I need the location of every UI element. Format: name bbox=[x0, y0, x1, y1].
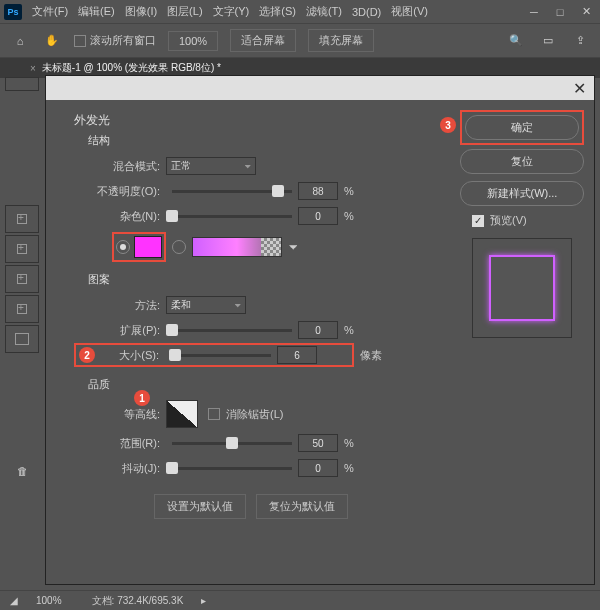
statusbar: ◢ 100% 文档: 732.4K/695.3K ▸ bbox=[0, 590, 600, 610]
opacity-input[interactable]: 88 bbox=[298, 182, 338, 200]
menu-layer[interactable]: 图层(L) bbox=[167, 4, 202, 19]
opacity-unit: % bbox=[344, 185, 354, 197]
ok-button[interactable]: 确定 bbox=[465, 115, 579, 140]
blend-mode-label: 混合模式: bbox=[74, 159, 166, 174]
status-corner-icon[interactable]: ◢ bbox=[10, 595, 18, 606]
new-style-button[interactable]: 新建样式(W)... bbox=[460, 181, 584, 206]
tab-close-icon[interactable]: × bbox=[30, 63, 36, 74]
color-solid-radio[interactable] bbox=[116, 240, 130, 254]
tab-title[interactable]: 未标题-1 @ 100% (发光效果 RGB/8位) * bbox=[42, 61, 221, 75]
preview-box bbox=[472, 238, 572, 338]
opacity-label: 不透明度(O): bbox=[74, 184, 166, 199]
set-default-button[interactable]: 设置为默认值 bbox=[154, 494, 246, 519]
reset-default-button[interactable]: 复位为默认值 bbox=[256, 494, 348, 519]
color-gradient-radio[interactable] bbox=[172, 240, 186, 254]
technique-label: 方法: bbox=[74, 298, 166, 313]
callout-3: 3 bbox=[440, 117, 456, 133]
options-bar: ⌂ ✋ 滚动所有窗口 100% 适合屏幕 填充屏幕 🔍 ▭ ⇪ bbox=[0, 24, 600, 58]
technique-dropdown[interactable]: 柔和 bbox=[166, 296, 246, 314]
menu-filter[interactable]: 滤镜(T) bbox=[306, 4, 342, 19]
workspace-icon[interactable]: ▭ bbox=[538, 31, 558, 51]
range-label: 范围(R): bbox=[74, 436, 166, 451]
menu-select[interactable]: 选择(S) bbox=[259, 4, 296, 19]
panel-icon-4[interactable] bbox=[5, 295, 39, 323]
contour-label: 等高线: bbox=[74, 407, 166, 422]
panels-left: 🗑 bbox=[5, 75, 45, 487]
preview-checkbox[interactable]: ✓ bbox=[472, 215, 484, 227]
panel-icon-5[interactable] bbox=[5, 325, 39, 353]
minimize-button[interactable]: ─ bbox=[524, 4, 544, 20]
jitter-label: 抖动(J): bbox=[74, 461, 166, 476]
search-icon[interactable]: 🔍 bbox=[506, 31, 526, 51]
range-input[interactable]: 50 bbox=[298, 434, 338, 452]
menubar: Ps 文件(F) 编辑(E) 图像(I) 图层(L) 文字(Y) 选择(S) 滤… bbox=[0, 0, 600, 24]
panel-icon-3[interactable] bbox=[5, 265, 39, 293]
menu-edit[interactable]: 编辑(E) bbox=[78, 4, 115, 19]
size-input[interactable]: 6 bbox=[277, 346, 317, 364]
outer-glow-title: 外发光 bbox=[74, 112, 458, 129]
menu-type[interactable]: 文字(Y) bbox=[213, 4, 250, 19]
spread-slider[interactable] bbox=[172, 329, 292, 332]
panel-icon-1[interactable] bbox=[5, 205, 39, 233]
gradient-dropdown-icon[interactable]: ⏷ bbox=[288, 241, 299, 253]
reset-button[interactable]: 复位 bbox=[460, 149, 584, 174]
range-slider[interactable] bbox=[172, 442, 292, 445]
scroll-all-checkbox[interactable] bbox=[74, 35, 86, 47]
jitter-input[interactable]: 0 bbox=[298, 459, 338, 477]
size-slider[interactable] bbox=[171, 354, 271, 357]
opacity-slider[interactable] bbox=[172, 190, 292, 193]
size-unit: 像素 bbox=[360, 348, 382, 363]
trash-icon[interactable]: 🗑 bbox=[5, 457, 39, 485]
preview-label: 预览(V) bbox=[490, 213, 527, 228]
pattern-title: 图案 bbox=[88, 272, 458, 287]
zoom-value-button[interactable]: 100% bbox=[168, 31, 218, 51]
menu-3d[interactable]: 3D(D) bbox=[352, 6, 381, 18]
status-doc-label: 文档: bbox=[92, 595, 115, 606]
layer-style-dialog: ✕ 外发光 结构 混合模式: 正常 不透明度(O): 88 % 杂色(N): 0… bbox=[45, 75, 595, 585]
status-zoom[interactable]: 100% bbox=[36, 595, 62, 606]
antialias-checkbox[interactable] bbox=[208, 408, 220, 420]
spread-label: 扩展(P): bbox=[74, 323, 166, 338]
fit-screen-button[interactable]: 适合屏幕 bbox=[230, 29, 296, 52]
contour-picker[interactable] bbox=[166, 400, 198, 428]
jitter-unit: % bbox=[344, 462, 354, 474]
share-icon[interactable]: ⇪ bbox=[570, 31, 590, 51]
menu-file[interactable]: 文件(F) bbox=[32, 4, 68, 19]
highlight-color-area bbox=[112, 232, 166, 262]
range-unit: % bbox=[344, 437, 354, 449]
structure-title: 结构 bbox=[88, 133, 458, 148]
noise-input[interactable]: 0 bbox=[298, 207, 338, 225]
close-button[interactable]: ✕ bbox=[576, 4, 596, 20]
panel-collapse-top[interactable] bbox=[5, 77, 39, 91]
noise-slider[interactable] bbox=[172, 215, 292, 218]
color-swatch[interactable] bbox=[134, 236, 162, 258]
ps-logo: Ps bbox=[4, 4, 22, 20]
highlight-ok-area: 3 确定 bbox=[460, 110, 584, 145]
dialog-titlebar: ✕ bbox=[46, 76, 594, 100]
status-caret-icon[interactable]: ▸ bbox=[201, 595, 206, 606]
fill-screen-button[interactable]: 填充屏幕 bbox=[308, 29, 374, 52]
noise-unit: % bbox=[344, 210, 354, 222]
antialias-label: 消除锯齿(L) bbox=[226, 407, 283, 422]
callout-2: 2 bbox=[79, 347, 95, 363]
panel-icon-2[interactable] bbox=[5, 235, 39, 263]
blend-mode-dropdown[interactable]: 正常 bbox=[166, 157, 256, 175]
hand-tool-icon[interactable]: ✋ bbox=[42, 31, 62, 51]
status-doc-size: 732.4K/695.3K bbox=[117, 595, 183, 606]
menu-image[interactable]: 图像(I) bbox=[125, 4, 157, 19]
dialog-close-button[interactable]: ✕ bbox=[573, 79, 586, 98]
scroll-all-label: 滚动所有窗口 bbox=[90, 33, 156, 48]
noise-label: 杂色(N): bbox=[74, 209, 166, 224]
menu-view[interactable]: 视图(V) bbox=[391, 4, 428, 19]
spread-unit: % bbox=[344, 324, 354, 336]
home-icon[interactable]: ⌂ bbox=[10, 31, 30, 51]
callout-1: 1 bbox=[134, 390, 150, 406]
highlight-size-row: 2 大小(S): 6 bbox=[74, 343, 354, 367]
size-label: 大小(S): bbox=[99, 348, 165, 363]
spread-input[interactable]: 0 bbox=[298, 321, 338, 339]
preview-rect bbox=[489, 255, 555, 321]
maximize-button[interactable]: □ bbox=[550, 4, 570, 20]
jitter-slider[interactable] bbox=[172, 467, 292, 470]
gradient-swatch[interactable] bbox=[192, 237, 282, 257]
